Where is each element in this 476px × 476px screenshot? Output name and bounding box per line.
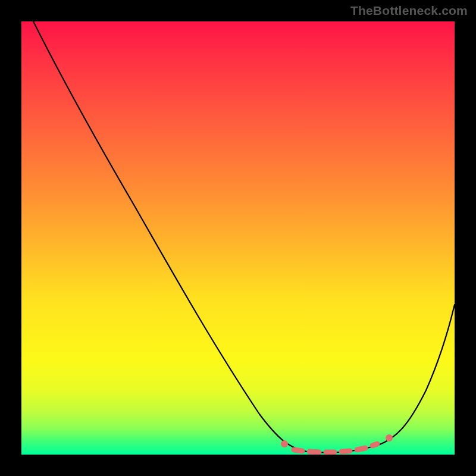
dash-2 — [309, 452, 319, 452]
elbow-dot-left — [281, 440, 288, 447]
dash-5 — [357, 448, 365, 450]
dash-6 — [372, 444, 377, 446]
optimal-zone-highlight — [281, 434, 393, 452]
dash-1 — [294, 450, 302, 451]
curve-svg — [21, 21, 455, 455]
dash-4 — [342, 451, 350, 452]
elbow-dot-right — [386, 434, 393, 441]
plot-area — [21, 21, 455, 455]
bottleneck-curve — [33, 21, 455, 453]
chart-frame: TheBottleneck.com — [0, 0, 476, 476]
watermark-text: TheBottleneck.com — [350, 4, 468, 18]
